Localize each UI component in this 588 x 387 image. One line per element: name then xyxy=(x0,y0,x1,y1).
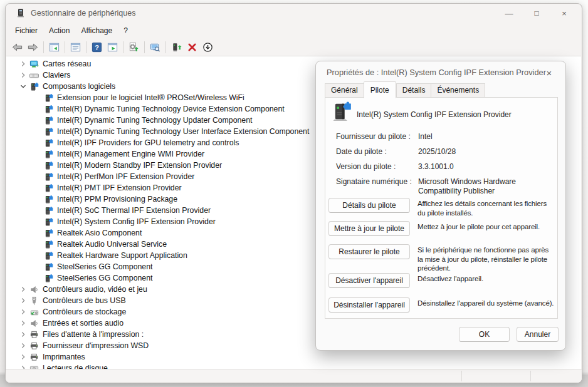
expander-icon[interactable] xyxy=(19,82,28,91)
cancel-button[interactable]: Annuler xyxy=(517,327,559,342)
tab-general[interactable]: Général xyxy=(325,83,364,98)
tab-details[interactable]: Détails xyxy=(396,83,431,98)
statusbar-separator xyxy=(461,371,462,381)
help-button[interactable] xyxy=(89,39,105,54)
expander-icon[interactable] xyxy=(19,285,28,294)
tree-indent xyxy=(6,132,44,132)
help-icon xyxy=(91,41,103,53)
field-label: Date du pilote : xyxy=(336,147,418,157)
field-value: Microsoft Windows Hardware Compatibility… xyxy=(418,177,552,196)
scan-hardware-changes-button[interactable] xyxy=(126,39,142,54)
tree-item-label: Entrées et sorties audio xyxy=(43,319,123,328)
tree-indent xyxy=(6,154,44,155)
driver-details-button[interactable]: Détails du pilote xyxy=(328,198,410,213)
forward-arrow-icon xyxy=(27,41,39,53)
toolbar-separator xyxy=(123,41,123,53)
tree-indent xyxy=(6,255,44,256)
update-driver-button[interactable] xyxy=(169,39,184,54)
tree-item-label: SteelSeries GG Component xyxy=(57,274,152,282)
update-driver-icon xyxy=(171,41,182,53)
action-description: Affichez les détails concernant les fich… xyxy=(417,198,555,217)
menubar: Fichier Action Affichage ? xyxy=(9,24,134,38)
tree-item-label: Intel(R) Modern Standby IPF Extension Pr… xyxy=(57,161,222,170)
tree-item-label: Composants logiciels xyxy=(43,82,115,91)
uninstall-device-dialog-button[interactable]: Désinstaller l'appareil xyxy=(328,297,410,312)
ok-button[interactable]: OK xyxy=(459,327,510,342)
disable-device-button[interactable] xyxy=(200,39,216,54)
expander-icon[interactable] xyxy=(19,353,28,361)
monitor-search-icon xyxy=(149,41,161,53)
expander-icon[interactable] xyxy=(19,296,28,305)
device-icon xyxy=(330,100,353,123)
tree-item-label: Intel(R) System Config IPF Extension Pro… xyxy=(57,217,216,226)
toolbar-separator xyxy=(165,41,166,53)
tree-item-label: Intel(R) IPF Providers for GPU telemetry… xyxy=(57,138,239,147)
show-console-tree-button[interactable] xyxy=(46,39,62,54)
forward-button[interactable] xyxy=(25,39,41,54)
expander-icon[interactable] xyxy=(19,330,28,339)
back-button[interactable] xyxy=(9,39,25,54)
expander-icon[interactable] xyxy=(19,59,28,68)
tree-item[interactable]: Imprimantes xyxy=(6,351,581,363)
action-pane-icon xyxy=(107,41,118,53)
tree-indent xyxy=(6,278,44,279)
software-icon xyxy=(44,183,53,193)
expander-icon[interactable] xyxy=(19,341,28,350)
remote-computer-button[interactable] xyxy=(147,39,163,54)
minimize-button[interactable]: — xyxy=(495,4,523,23)
software-icon xyxy=(44,93,53,103)
tree-indent xyxy=(6,222,44,222)
tree-item-label: Intel(R) Dynamic Tuning Technology User … xyxy=(57,127,309,136)
menu-fichier[interactable]: Fichier xyxy=(9,24,43,37)
software-icon xyxy=(44,172,53,182)
tab-pilote[interactable]: Pilote xyxy=(364,81,396,98)
close-button[interactable]: × xyxy=(550,4,578,23)
tree-item-label: Contrôleurs audio, vidéo et jeu xyxy=(43,285,147,294)
tree-indent xyxy=(6,75,19,76)
tree-item-label: Intel(R) SoC Thermal IPF Extension Provi… xyxy=(57,206,211,215)
field-value: 3.3.1001.0 xyxy=(418,162,552,172)
software-icon xyxy=(44,274,53,283)
roll-back-driver-button[interactable]: Restaurer le pilote xyxy=(328,244,410,259)
menu-affichage[interactable]: Affichage xyxy=(75,24,118,37)
menu-action[interactable]: Action xyxy=(43,24,75,37)
tree-indent xyxy=(6,312,19,312)
driver-actions: Détails du pilote Affichez les détails c… xyxy=(328,198,555,314)
tree-item-label: Lecteurs de disque xyxy=(43,364,108,369)
dialog-footer: OK Annuler xyxy=(459,327,559,342)
audio-icon xyxy=(29,285,39,294)
tab-evenements[interactable]: Événements xyxy=(431,83,485,98)
properties-button[interactable] xyxy=(68,39,83,54)
device-manager-icon xyxy=(16,8,26,18)
tree-item[interactable]: Lecteurs de disque xyxy=(6,363,581,369)
action-row: Mettre à jour le pilote Mettez à jour le… xyxy=(328,221,555,244)
uninstall-device-button[interactable] xyxy=(184,39,200,54)
disk-icon xyxy=(29,364,39,369)
field-value: Intel xyxy=(418,132,552,142)
software-icon xyxy=(44,195,53,204)
tree-item-label: Claviers xyxy=(43,71,70,80)
tree-indent xyxy=(6,244,44,245)
software-icon xyxy=(44,262,53,272)
expander-icon[interactable] xyxy=(19,71,28,80)
dialog-close-button[interactable]: × xyxy=(541,65,557,80)
dialog-title: Propriétés de : Intel(R) System Config I… xyxy=(327,68,546,77)
tree-item-label: Realtek Asio Component xyxy=(57,229,142,237)
expander-icon[interactable] xyxy=(19,307,28,316)
action-description: Désinstallez l'appareil du système (avan… xyxy=(417,297,555,308)
expander-icon[interactable] xyxy=(19,319,28,328)
toolbar-separator xyxy=(65,41,65,53)
disable-device-dialog-button[interactable]: Désactiver l'appareil xyxy=(328,273,410,288)
properties-icon xyxy=(70,41,81,53)
maximize-button[interactable]: □ xyxy=(523,4,550,23)
software-icon xyxy=(44,217,53,227)
expander-icon[interactable] xyxy=(19,364,28,369)
tree-item-label: Intel(R) Management Engine WMI Provider xyxy=(57,150,204,158)
update-driver-dialog-button[interactable]: Mettre à jour le pilote xyxy=(328,221,410,236)
tree-indent xyxy=(6,64,19,64)
menu-help[interactable]: ? xyxy=(118,24,134,37)
show-action-pane-button[interactable] xyxy=(105,39,120,54)
storage-icon xyxy=(29,307,39,317)
software-icon xyxy=(44,251,53,261)
software-icon xyxy=(44,240,53,249)
